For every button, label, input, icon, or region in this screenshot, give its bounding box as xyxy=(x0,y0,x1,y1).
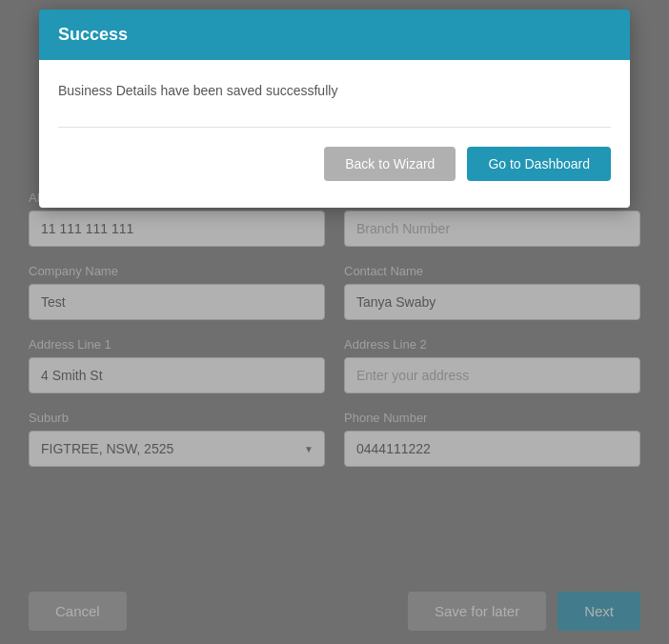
go-to-dashboard-button[interactable]: Go to Dashboard xyxy=(467,147,611,181)
modal-overlay: Success Business Details have been saved… xyxy=(0,0,669,644)
modal-footer: Back to Wizard Go to Dashboard xyxy=(58,147,611,185)
back-to-wizard-button[interactable]: Back to Wizard xyxy=(324,147,456,181)
modal-divider xyxy=(58,127,611,128)
modal-title: Success xyxy=(58,25,128,44)
modal-body: Business Details have been saved success… xyxy=(39,60,630,208)
modal-header: Success xyxy=(39,10,630,60)
success-modal: Success Business Details have been saved… xyxy=(39,10,630,208)
modal-message: Business Details have been saved success… xyxy=(58,83,611,98)
